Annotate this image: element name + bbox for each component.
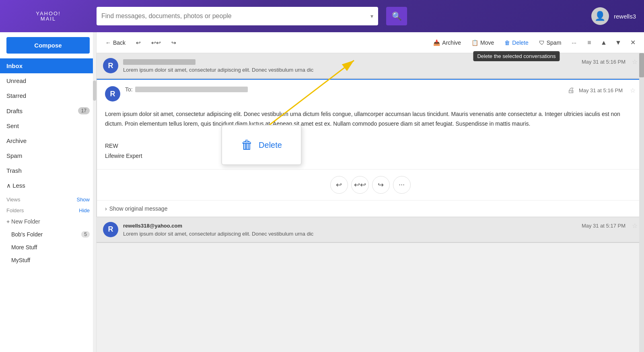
email-avatar-3: R [103, 222, 118, 237]
email-to-field: To: [125, 86, 248, 93]
show-original-toggle[interactable]: › Show original message [97, 200, 644, 217]
back-arrow-icon: ← [105, 39, 111, 46]
toolbar: ← Back ↩ ↩↩ ↪ 📥 Archive 📋 Move [97, 32, 644, 53]
email-actions-bottom: ↩ ↩↩ ↪ ··· [97, 169, 644, 200]
filter-icon: ≡ [587, 39, 591, 46]
toolbar-right: ≡ ▲ ▼ ✕ [583, 36, 639, 49]
sidebar-item-drafts[interactable]: Drafts 17 [0, 103, 96, 118]
search-dropdown-icon[interactable]: ▾ [370, 13, 373, 19]
show-original-label: Show original message [109, 205, 168, 212]
star-icon-3[interactable]: ☆ [632, 222, 638, 230]
archive-icon: 📥 [433, 39, 440, 46]
folder-mystuff[interactable]: MyStuff [0, 254, 96, 267]
compose-button[interactable]: Compose [6, 37, 90, 54]
more-button[interactable]: ··· [568, 37, 580, 48]
yahoo-logo: YAHOO! MAIL [8, 11, 88, 21]
email-meta: 🖨 May 31 at 5:16 PM ☆ [568, 86, 636, 95]
forward-bottom-icon: ↪ [378, 180, 384, 189]
filter-icon-button[interactable]: ≡ [583, 36, 596, 49]
move-button[interactable]: 📋 Move [467, 37, 498, 48]
email-open-header: R To: 🖨 May 31 at 5:16 PM ☆ [97, 80, 644, 106]
email-preview: Lorem ipsum dolor sit amet, consectetur … [123, 67, 445, 73]
email-body: Lorem ipsum dolor sit amet, consectetur … [97, 106, 644, 169]
reply-all-icon: ↩↩ [151, 39, 161, 46]
email-item-content: May 31 at 5:16 PM ☆ Lorem ipsum dolor si… [123, 58, 638, 73]
scroll-up-button[interactable]: ▲ [597, 36, 610, 49]
email-list-item[interactable]: R May 31 at 5:16 PM ☆ Lorem ipsum dolor … [97, 53, 644, 79]
open-email-date: May 31 at 5:16 PM [579, 87, 623, 93]
folder-bobs[interactable]: Bob's Folder 5 [0, 228, 96, 241]
forward-bottom-button[interactable]: ↪ [372, 176, 390, 194]
bobs-folder-badge: 5 [81, 231, 90, 238]
forward-button[interactable]: ↪ [167, 37, 180, 48]
reply-all-bottom-button[interactable]: ↩↩ [351, 176, 369, 194]
folders-hide-button[interactable]: Hide [79, 207, 90, 213]
email-item-content-3: rewells318@yahoo.com May 31 at 5:17 PM ☆… [123, 222, 638, 237]
drafts-badge: 17 [78, 107, 90, 114]
sidebar-scrollbar [93, 32, 96, 352]
email-avatar-open: R [105, 86, 120, 101]
email-list-item-3[interactable]: R rewells318@yahoo.com May 31 at 5:17 PM… [97, 217, 644, 243]
sender-email-3: rewells318@yahoo.com [123, 223, 182, 229]
search-button[interactable]: 🔍 [386, 7, 407, 25]
delete-popup[interactable]: 🗑 Delete [221, 125, 302, 165]
reply-button[interactable]: ↩ [132, 37, 145, 48]
search-input[interactable] [101, 12, 367, 20]
print-icon[interactable]: 🖨 [568, 86, 575, 95]
sidebar-item-unread[interactable]: Unread [0, 73, 96, 88]
username: rewells3 [614, 13, 636, 20]
content-area: ← Back ↩ ↩↩ ↪ 📥 Archive 📋 Move [97, 32, 644, 352]
open-email-star[interactable]: ☆ [630, 87, 636, 94]
avatar: 👤 [591, 7, 609, 25]
more-bottom-icon: ··· [399, 180, 405, 189]
sidebar-less-toggle[interactable]: ∧ Less [0, 178, 96, 193]
to-address-blurred [135, 87, 248, 92]
email-date-3: May 31 at 5:17 PM [582, 223, 625, 229]
close-icon: ✕ [630, 39, 636, 46]
search-icon: 🔍 [392, 11, 402, 21]
views-show-button[interactable]: Show [76, 197, 90, 203]
email-body-text: Lorem ipsum dolor sit amet, consectetur … [105, 110, 636, 129]
sidebar-item-archive[interactable]: Archive [0, 133, 96, 148]
down-arrow-icon: ▼ [615, 39, 621, 46]
scroll-down-button[interactable]: ▼ [612, 36, 625, 49]
spam-icon: 🛡 [539, 39, 545, 46]
delete-button[interactable]: 🗑 Delete [500, 37, 532, 48]
star-icon[interactable]: ☆ [632, 58, 638, 66]
sidebar-item-inbox[interactable]: Inbox [0, 58, 96, 73]
chevron-right-icon: › [105, 205, 107, 212]
sidebar-item-starred[interactable]: Starred [0, 88, 96, 103]
reply-bottom-button[interactable]: ↩ [330, 176, 348, 194]
spam-button[interactable]: 🛡 Spam [535, 37, 566, 48]
reply-bottom-icon: ↩ [336, 180, 342, 189]
logo-line2: MAIL [8, 16, 88, 21]
main-layout: Compose Inbox Unread Starred Drafts 17 S… [0, 32, 644, 352]
sidebar-item-spam[interactable]: Spam [0, 148, 96, 163]
sidebar-item-sent[interactable]: Sent [0, 118, 96, 133]
views-section: Views Show [0, 193, 96, 204]
header-right: 👤 rewells3 [591, 7, 636, 25]
delete-popup-icon: 🗑 [241, 138, 253, 152]
sidebar: Compose Inbox Unread Starred Drafts 17 S… [0, 32, 97, 352]
folders-section: Folders Hide [0, 204, 96, 215]
scroll-thumb [639, 53, 644, 77]
email-panel: R May 31 at 5:16 PM ☆ Lorem ipsum dolor … [97, 53, 644, 352]
header: YAHOO! MAIL ▾ 🔍 👤 rewells3 [0, 0, 644, 32]
back-button[interactable]: ← Back [101, 37, 130, 48]
archive-button[interactable]: 📥 Archive [429, 37, 465, 48]
delete-icon: 🗑 [504, 39, 510, 46]
reply-all-button[interactable]: ↩↩ [147, 37, 165, 48]
new-folder-button[interactable]: + New Folder [0, 215, 96, 228]
delete-popup-label: Delete [259, 141, 282, 150]
signature-name: REW [105, 141, 636, 151]
folder-morestuff[interactable]: More Stuff [0, 241, 96, 254]
search-bar: ▾ [97, 7, 378, 25]
email-signature: REW Lifewire Expert [105, 141, 636, 161]
sidebar-item-trash[interactable]: Trash [0, 163, 96, 178]
sidebar-scrollbar-thumb [93, 81, 96, 101]
sender-name-blurred [123, 59, 195, 65]
delete-button-wrapper: 🗑 Delete Delete the selected conversatio… [500, 37, 532, 48]
email-date: May 31 at 5:16 PM [582, 59, 625, 65]
close-button[interactable]: ✕ [626, 36, 639, 49]
more-bottom-button[interactable]: ··· [393, 176, 411, 194]
